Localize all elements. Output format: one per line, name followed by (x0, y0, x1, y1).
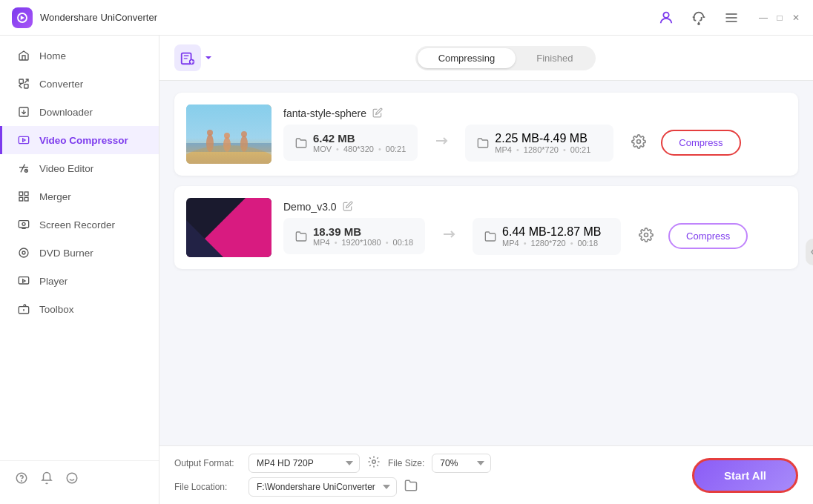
window-controls: — □ ✕ (758, 13, 801, 23)
sidebar-item-converter[interactable]: Converter (0, 70, 159, 98)
sidebar-item-player[interactable]: Player (0, 267, 159, 295)
source-size-2: 18.39 MB (313, 225, 413, 238)
source-format-2: MP4 (313, 238, 330, 247)
svg-point-33 (207, 130, 213, 136)
svg-rect-14 (24, 197, 28, 201)
sidebar-item-video-compressor[interactable]: Video Compressor (0, 126, 159, 154)
svg-point-23 (22, 480, 22, 481)
settings-2-icon[interactable] (639, 228, 654, 245)
output-info-1: 2.25 MB-4.49 MB MP4 • 1280*720 • 00:21 (465, 125, 613, 162)
svg-rect-9 (19, 136, 28, 143)
format-settings-icon[interactable] (367, 455, 381, 471)
add-file-icon (174, 44, 201, 71)
output-meta-1: MP4 • 1280*720 • 00:21 (495, 145, 590, 154)
titlebar: Wondershare UniConverter — □ ✕ (0, 0, 813, 36)
file-info-2: Demo_v3.0 18.39 MB MP4 • (283, 201, 786, 255)
file-name-1: fanta-style-sphere (283, 107, 366, 119)
tab-compressing[interactable]: Compressing (418, 48, 516, 68)
content-area: Compressing Finished (159, 36, 813, 504)
video-compressor-icon (17, 133, 30, 147)
merger-icon (17, 190, 30, 203)
file-header-1: fanta-style-sphere (283, 107, 786, 120)
tab-group: Compressing Finished (415, 46, 596, 70)
output-format-row: Output Format: MP4 HD 720P MP4 HD 1080P … (174, 454, 677, 473)
profile-button[interactable] (654, 6, 678, 30)
svg-rect-15 (19, 221, 28, 228)
close-button[interactable]: ✕ (791, 13, 801, 23)
source-meta-1: MOV • 480*320 • 00:21 (313, 145, 406, 153)
sidebar-item-dvd-burner[interactable]: DVD Burner (0, 239, 159, 267)
downloader-icon (17, 105, 30, 119)
video-editor-icon (17, 162, 30, 175)
file-header-2: Demo_v3.0 (283, 201, 786, 213)
compress-button-1[interactable]: Compress (661, 130, 740, 156)
sidebar-item-dvd-burner-label: DVD Burner (39, 248, 93, 259)
sidebar-item-downloader-label: Downloader (39, 107, 93, 118)
svg-point-18 (22, 251, 25, 254)
browse-folder-icon[interactable] (404, 479, 418, 495)
sidebar-collapse-button[interactable] (806, 239, 813, 265)
source-format-1: MOV (313, 145, 332, 153)
screen-recorder-icon (17, 218, 30, 231)
bottom-fields: Output Format: MP4 HD 720P MP4 HD 1080P … (174, 454, 677, 497)
app-logo (12, 7, 33, 28)
svg-point-43 (372, 460, 376, 464)
maximize-button[interactable]: □ (774, 13, 785, 23)
compress-button-2[interactable]: Compress (668, 223, 748, 249)
support-button[interactable] (687, 6, 711, 30)
arrow-icon-2 (440, 225, 458, 247)
svg-point-2 (698, 23, 700, 24)
file-size-select[interactable]: 50% 60% 70% 80% 90% (432, 454, 491, 473)
arrow-icon-1 (432, 132, 450, 153)
svg-point-32 (206, 134, 214, 152)
output-size-1: 2.25 MB-4.49 MB (495, 132, 590, 145)
file-location-label: File Location: (174, 482, 241, 492)
edit-name-1-icon[interactable] (372, 107, 383, 120)
svg-rect-6 (19, 79, 23, 83)
sidebar: Home Converter Downloader Video Compress… (0, 36, 159, 504)
content-toolbar: Compressing Finished (159, 36, 813, 81)
svg-rect-31 (186, 143, 271, 152)
source-size-1: 6.42 MB (313, 132, 406, 145)
sidebar-item-toolbox[interactable]: Toolbox (0, 295, 159, 323)
start-all-button[interactable]: Start All (692, 458, 798, 493)
svg-point-1 (663, 12, 668, 17)
sidebar-item-screen-recorder[interactable]: Screen Recorder (0, 210, 159, 239)
converter-icon (17, 77, 30, 90)
svg-rect-7 (24, 84, 28, 88)
tab-finished[interactable]: Finished (516, 48, 593, 68)
sidebar-item-video-editor[interactable]: Video Editor (0, 154, 159, 182)
file-card-1: fanta-style-sphere 6.42 MB MOV (174, 93, 798, 176)
output-format-select[interactable]: MP4 HD 720P MP4 HD 1080P MP4 SD 480P AVI… (248, 454, 360, 473)
help-icon[interactable] (15, 471, 28, 488)
output-format-label: Output Format: (174, 458, 241, 468)
notification-icon[interactable] (40, 471, 53, 488)
output-format-1: MP4 (495, 145, 512, 154)
source-resolution-1: 480*320 (343, 145, 374, 153)
source-info-1: 6.42 MB MOV • 480*320 • 00:21 (283, 125, 418, 161)
sidebar-item-merger[interactable]: Merger (0, 182, 159, 210)
file-location-select[interactable]: F:\Wondershare UniConverter (248, 477, 397, 497)
svg-point-38 (637, 139, 641, 143)
output-info-2: 6.44 MB-12.87 MB MP4 • 1280*720 • 00:18 (473, 218, 621, 255)
sidebar-item-converter-label: Converter (39, 79, 83, 90)
output-resolution-2: 1280*720 (531, 239, 566, 248)
menu-button[interactable] (720, 6, 743, 30)
source-duration-1: 00:21 (386, 145, 406, 153)
svg-point-42 (645, 233, 648, 236)
dvd-burner-icon (17, 246, 30, 259)
svg-point-37 (241, 131, 247, 137)
settings-1-icon[interactable] (631, 134, 646, 152)
feedback-icon[interactable] (65, 471, 79, 488)
svg-point-24 (67, 473, 77, 483)
output-size-2: 6.44 MB-12.87 MB (502, 225, 601, 239)
sidebar-item-home[interactable]: Home (0, 42, 159, 70)
sidebar-item-downloader[interactable]: Downloader (0, 98, 159, 126)
file-location-row: File Location: F:\Wondershare UniConvert… (174, 477, 677, 497)
edit-name-2-icon[interactable] (343, 201, 353, 213)
add-file-button[interactable] (174, 44, 213, 71)
source-duration-2: 00:18 (393, 238, 414, 247)
sidebar-bottom (0, 460, 159, 498)
minimize-button[interactable]: — (758, 13, 768, 23)
source-meta-2: MP4 • 1920*1080 • 00:18 (313, 238, 413, 247)
